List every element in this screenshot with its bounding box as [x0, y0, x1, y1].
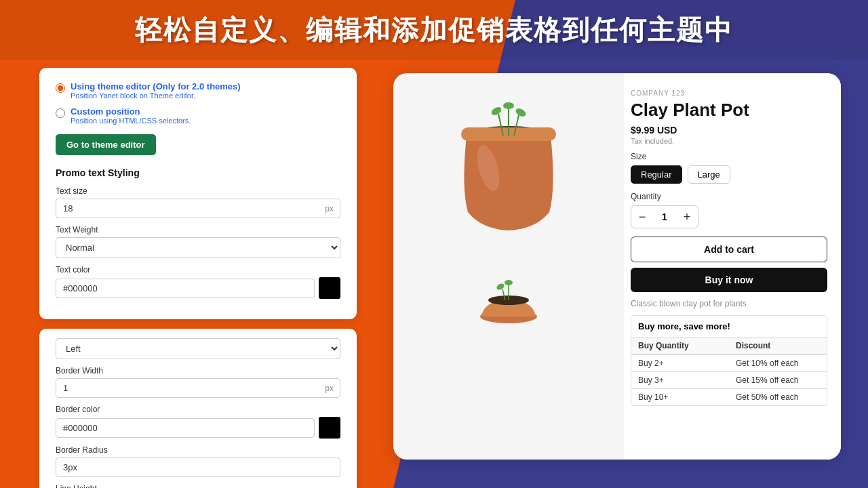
- border-radius-row: Border Radius: [56, 445, 340, 477]
- radio-custom-position[interactable]: [56, 108, 65, 118]
- border-color-swatch[interactable]: [319, 417, 340, 439]
- border-color-input[interactable]: [56, 418, 315, 438]
- main-title: 轻松自定义、编辑和添加促销表格到任何主题中: [135, 12, 733, 49]
- promo-row-3: Buy 10+ Get 50% off each: [631, 389, 827, 405]
- product-description: Classic blown clay pot for plants: [631, 299, 827, 308]
- alignment-row: Left: [56, 338, 340, 359]
- col-header-qty: Buy Quantity: [631, 338, 729, 354]
- left-panel: Using theme editor (Only for 2.0 themes)…: [39, 68, 357, 488]
- quantity-label: Quantity: [631, 192, 827, 201]
- radio-group: Using theme editor (Only for 2.0 themes)…: [56, 81, 340, 125]
- promo-table-col-headers: Buy Quantity Discount: [631, 338, 827, 355]
- product-details-column: COMPANY 123 Clay Plant Pot $9.99 USD Tax…: [624, 73, 841, 460]
- title-bar: 轻松自定义、编辑和添加促销表格到任何主题中: [0, 0, 868, 60]
- radio-theme-label: Using theme editor (Only for 2.0 themes): [71, 81, 241, 92]
- border-width-label: Border Width: [56, 366, 340, 375]
- border-width-row: Border Width px: [56, 366, 340, 398]
- border-width-input-wrapper: px: [56, 378, 340, 398]
- text-size-label: Text size: [56, 186, 340, 196]
- promo-row-3-qty: Buy 10+: [631, 389, 729, 405]
- size-regular-button[interactable]: Regular: [631, 165, 682, 184]
- product-preview-panel: COMPANY 123 Clay Plant Pot $9.99 USD Tax…: [393, 73, 841, 460]
- border-radius-label: Border Radius: [56, 445, 340, 455]
- text-weight-label: Text Weight: [56, 225, 340, 235]
- radio-custom-label: Custom position: [71, 106, 191, 117]
- quantity-decrease-button[interactable]: −: [631, 206, 653, 228]
- border-width-input[interactable]: [56, 378, 340, 398]
- svg-point-6: [490, 106, 503, 117]
- size-large-button[interactable]: Large: [688, 165, 730, 184]
- line-height-label: Line Height: [56, 484, 340, 488]
- quantity-control: − 1 +: [631, 205, 698, 228]
- clay-pot-svg-main: [448, 94, 570, 243]
- text-color-row: Text color: [56, 265, 340, 299]
- radio-item-custom: Custom position Position using HTML/CSS …: [56, 106, 340, 125]
- radio-theme-label-group: Using theme editor (Only for 2.0 themes)…: [71, 81, 241, 100]
- promo-row-1-qty: Buy 2+: [631, 355, 729, 371]
- size-label: Size: [631, 152, 827, 161]
- border-color-label: Border color: [56, 405, 340, 414]
- text-size-unit: px: [325, 204, 334, 214]
- text-color-swatch[interactable]: [319, 277, 340, 299]
- text-color-input[interactable]: [56, 279, 315, 298]
- product-thumb-image: [475, 260, 542, 335]
- quantity-increase-button[interactable]: +: [676, 206, 698, 228]
- svg-point-14: [505, 280, 513, 285]
- quantity-value: 1: [653, 211, 676, 222]
- promo-text-styling-heading: Promo text Styling: [56, 167, 340, 178]
- line-height-row: Line Height: [56, 484, 340, 488]
- promo-row-1-discount: Get 10% off each: [729, 355, 827, 371]
- buy-now-button[interactable]: Buy it now: [631, 268, 827, 292]
- text-weight-select[interactable]: Normal: [56, 237, 340, 258]
- border-color-wrapper: [56, 417, 340, 439]
- product-tax: Tax included.: [631, 137, 827, 145]
- text-color-label: Text color: [56, 265, 340, 274]
- svg-point-13: [496, 283, 505, 291]
- text-weight-row: Text Weight Normal: [56, 225, 340, 258]
- clay-saucer-svg: [478, 270, 539, 325]
- text-color-wrapper: [56, 277, 340, 299]
- svg-point-8: [515, 107, 528, 119]
- promo-row-2-qty: Buy 3+: [631, 372, 729, 388]
- border-width-unit: px: [325, 384, 334, 393]
- col-header-discount: Discount: [729, 338, 827, 354]
- alignment-select[interactable]: Left: [56, 338, 340, 359]
- text-size-input[interactable]: [56, 199, 340, 218]
- promo-row-2-discount: Get 15% off each: [729, 372, 827, 388]
- border-color-row: Border color: [56, 405, 340, 439]
- go-to-theme-editor-button[interactable]: Go to theme editor: [56, 134, 156, 155]
- radio-item-theme: Using theme editor (Only for 2.0 themes)…: [56, 81, 340, 100]
- radio-theme-sublabel: Position Yanet block on Theme editor.: [71, 92, 241, 100]
- add-to-cart-button[interactable]: Add to cart: [631, 237, 827, 262]
- product-main-image: [434, 87, 583, 249]
- size-buttons: Regular Large: [631, 165, 827, 184]
- radio-custom-sublabel: Position using HTML/CSS selectors.: [71, 117, 191, 125]
- company-label: COMPANY 123: [631, 89, 827, 97]
- radio-theme-editor[interactable]: [56, 83, 65, 93]
- border-radius-input[interactable]: [56, 458, 340, 477]
- card-theme-position: Using theme editor (Only for 2.0 themes)…: [39, 68, 357, 319]
- text-size-input-wrapper: px: [56, 199, 340, 218]
- product-images-column: [393, 73, 624, 460]
- promo-row-1: Buy 2+ Get 10% off each: [631, 355, 827, 372]
- svg-point-7: [503, 102, 514, 109]
- product-name: Clay Plant Pot: [631, 100, 827, 121]
- radio-custom-label-group: Custom position Position using HTML/CSS …: [71, 106, 191, 125]
- promo-row-3-discount: Get 50% off each: [729, 389, 827, 405]
- promo-table-header: Buy more, save more!: [631, 316, 827, 338]
- card-border-settings: Left Border Width px Border color Border…: [39, 329, 357, 488]
- product-price: $9.99 USD: [631, 125, 827, 136]
- text-size-row: Text size px: [56, 186, 340, 218]
- promo-table: Buy more, save more! Buy Quantity Discou…: [631, 315, 827, 406]
- promo-row-2: Buy 3+ Get 15% off each: [631, 372, 827, 389]
